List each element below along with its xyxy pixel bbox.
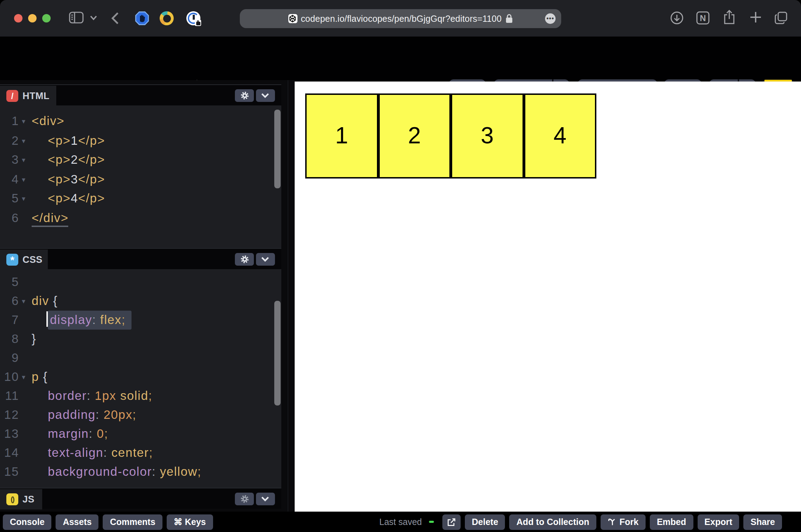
embed-button[interactable]: Embed [650,514,693,530]
fork-icon [608,518,616,526]
footer-button-comments[interactable]: Comments [103,514,162,530]
code-line-html-4[interactable]: 4▾<p>3</p> [0,170,281,189]
code-text: background-color: yellow; [32,462,201,481]
line-number: 5 [0,189,19,208]
html-badge-icon: / [6,90,18,102]
export-button[interactable]: Export [697,514,739,530]
line-number: 15 [0,462,19,481]
js-settings-button[interactable] [235,493,254,505]
line-number: 8 [0,330,19,349]
footer-button---keys[interactable]: ⌘ Keys [167,514,213,530]
line-number: 5 [0,273,19,292]
js-badge-icon: () [6,493,18,505]
css-badge-icon: * [6,254,18,266]
share-button[interactable]: Share [744,514,782,530]
code-line-css-8[interactable]: 8} [0,330,281,349]
url-text: codepen.io/flaviocopes/pen/bGjgGqr?edito… [301,14,501,24]
back-icon[interactable] [111,12,119,25]
footer-button-console[interactable]: Console [3,514,52,530]
share-icon[interactable] [724,10,735,25]
line-number: 4 [0,170,19,189]
html-code-editor[interactable]: 1▾<div>2▾<p>1</p>3▾<p>2</p>4▾<p>3</p>5▾<… [0,105,281,248]
line-number: 12 [0,406,19,424]
editor-preview-resizer[interactable] [281,80,295,512]
add-to-collection-button[interactable]: Add to Collection [510,514,596,530]
site-settings-ellipsis-icon[interactable]: ••• [545,13,556,24]
open-live-view-button[interactable] [442,514,461,530]
js-collapse-button[interactable] [256,493,275,505]
chevron-down-icon[interactable] [90,15,97,20]
delete-button[interactable]: Delete [465,514,505,530]
js-panel-header: () JS [0,488,281,509]
url-bar[interactable]: codepen.io/flaviocopes/pen/bGjgGqr?edito… [240,9,561,28]
privacy-clock-extension-icon[interactable] [186,11,200,25]
notion-extension-icon[interactable]: N [696,11,710,25]
css-code-editor[interactable]: 56▾div {7display: flex;8}910▾p {11border… [0,269,281,488]
flex-item-box: 2 [378,93,451,178]
code-line-css-10[interactable]: 10▾p { [0,368,281,387]
footer-button-assets[interactable]: Assets [56,514,99,530]
fold-arrow-icon[interactable]: ▾ [22,368,26,387]
code-text: p { [32,368,48,387]
flex-item-box: 3 [451,93,524,178]
code-text: border: 1px solid; [32,387,152,406]
code-line-css-12[interactable]: 12padding: 20px; [0,406,281,424]
html-settings-button[interactable] [235,89,254,102]
sidebar-toggle-icon[interactable] [69,11,84,24]
code-text: div { [32,292,58,311]
download-icon[interactable] [670,11,684,25]
lock-icon [506,14,513,23]
ring-extension-icon[interactable] [160,11,174,25]
code-line-css-5[interactable]: 5 [0,273,281,292]
new-tab-icon[interactable] [750,11,762,23]
code-line-html-3[interactable]: 3▾<p>2</p> [0,150,281,169]
fold-arrow-icon[interactable]: ▾ [22,131,26,150]
hand-blocker-extension-icon[interactable] [135,11,149,25]
close-window-button[interactable] [14,14,22,22]
minimize-window-button[interactable] [28,14,36,22]
html-panel-label: HTML [23,91,50,101]
chevron-down-icon [261,496,269,502]
codepen-favicon [288,14,297,23]
fork-button[interactable]: Fork [601,514,646,530]
fold-arrow-icon[interactable]: ▾ [22,170,26,189]
html-collapse-button[interactable] [256,89,275,102]
line-number: 6 [0,292,19,311]
css-collapse-button[interactable] [256,253,275,266]
code-line-css-7[interactable]: 7display: flex; [0,311,281,330]
tab-html[interactable]: / HTML [0,86,56,106]
code-line-css-13[interactable]: 13margin: 0; [0,424,281,443]
tab-css[interactable]: * CSS [0,249,48,270]
fold-arrow-icon[interactable]: ▾ [22,150,26,169]
chevron-down-icon [261,93,269,98]
browser-toolbar: codepen.io/flaviocopes/pen/bGjgGqr?edito… [0,0,801,37]
code-line-css-9[interactable]: 9 [0,349,281,368]
line-number: 10 [0,368,19,387]
html-scrollbar[interactable] [274,110,281,188]
tab-overview-icon[interactable] [774,11,788,25]
fold-arrow-icon[interactable]: ▾ [22,189,26,208]
code-line-css-6[interactable]: 6▾div { [0,292,281,311]
code-line-css-11[interactable]: 11border: 1px solid; [0,387,281,406]
footer-right-buttons: Last saved DeleteAdd to CollectionForkEm… [379,514,782,530]
css-scrollbar[interactable] [274,301,281,406]
code-text: <p>3</p> [32,170,105,189]
code-text: padding: 20px; [32,406,136,424]
fold-arrow-icon[interactable]: ▾ [22,292,26,311]
code-line-html-6[interactable]: 6</div> [0,208,281,227]
code-line-css-14[interactable]: 14text-align: center; [0,443,281,462]
flex-item-box: 4 [524,93,596,178]
zoom-window-button[interactable] [42,14,50,22]
tab-js[interactable]: () JS [0,489,42,510]
fold-arrow-icon[interactable]: ▾ [22,112,26,131]
code-line-css-15[interactable]: 15background-color: yellow; [0,462,281,481]
line-number: 9 [0,349,19,368]
css-settings-button[interactable] [235,253,254,266]
code-line-html-2[interactable]: 2▾<p>1</p> [0,131,281,150]
line-number: 14 [0,443,19,462]
footer-left-buttons: ConsoleAssetsComments⌘ Keys [3,514,213,530]
code-line-html-5[interactable]: 5▾<p>4</p> [0,189,281,208]
html-panel-header: / HTML [0,84,281,105]
code-line-html-1[interactable]: 1▾<div> [0,112,281,131]
line-number: 3 [0,150,19,169]
